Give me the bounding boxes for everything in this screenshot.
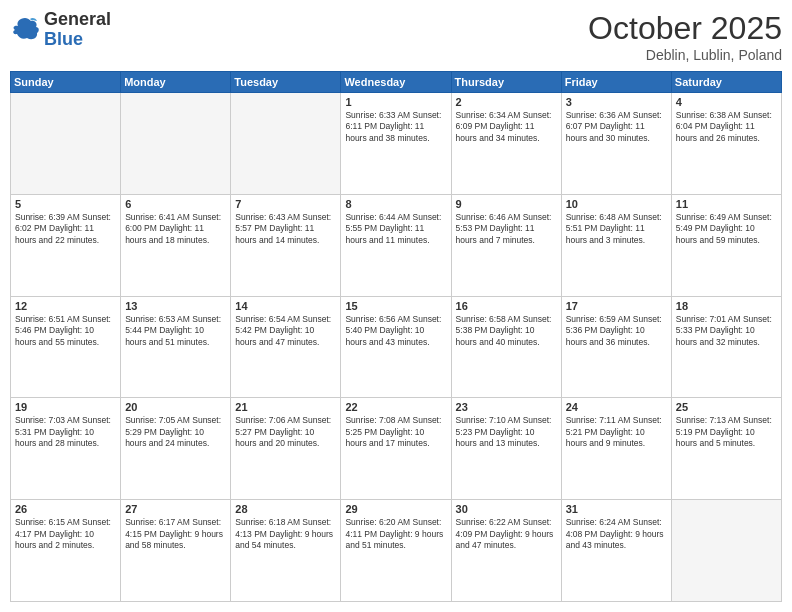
- day-number: 4: [676, 96, 777, 108]
- day-number: 1: [345, 96, 446, 108]
- day-info: Sunrise: 6:24 AM Sunset: 4:08 PM Dayligh…: [566, 517, 667, 551]
- day-number: 15: [345, 300, 446, 312]
- logo-general: General: [44, 9, 111, 29]
- day-number: 17: [566, 300, 667, 312]
- day-number: 22: [345, 401, 446, 413]
- calendar-week-row: 19Sunrise: 7:03 AM Sunset: 5:31 PM Dayli…: [11, 398, 782, 500]
- day-info: Sunrise: 7:03 AM Sunset: 5:31 PM Dayligh…: [15, 415, 116, 449]
- calendar-day-19: 19Sunrise: 7:03 AM Sunset: 5:31 PM Dayli…: [11, 398, 121, 500]
- day-number: 24: [566, 401, 667, 413]
- day-info: Sunrise: 6:38 AM Sunset: 6:04 PM Dayligh…: [676, 110, 777, 144]
- day-number: 11: [676, 198, 777, 210]
- day-number: 13: [125, 300, 226, 312]
- day-info: Sunrise: 6:53 AM Sunset: 5:44 PM Dayligh…: [125, 314, 226, 348]
- calendar-day-3: 3Sunrise: 6:36 AM Sunset: 6:07 PM Daylig…: [561, 93, 671, 195]
- day-number: 18: [676, 300, 777, 312]
- day-number: 7: [235, 198, 336, 210]
- day-number: 12: [15, 300, 116, 312]
- day-info: Sunrise: 6:48 AM Sunset: 5:51 PM Dayligh…: [566, 212, 667, 246]
- day-info: Sunrise: 6:44 AM Sunset: 5:55 PM Dayligh…: [345, 212, 446, 246]
- day-number: 20: [125, 401, 226, 413]
- calendar-day-17: 17Sunrise: 6:59 AM Sunset: 5:36 PM Dayli…: [561, 296, 671, 398]
- calendar-week-row: 12Sunrise: 6:51 AM Sunset: 5:46 PM Dayli…: [11, 296, 782, 398]
- calendar-day-1: 1Sunrise: 6:33 AM Sunset: 6:11 PM Daylig…: [341, 93, 451, 195]
- day-number: 19: [15, 401, 116, 413]
- weekday-header-tuesday: Tuesday: [231, 72, 341, 93]
- calendar-day-30: 30Sunrise: 6:22 AM Sunset: 4:09 PM Dayli…: [451, 500, 561, 602]
- day-info: Sunrise: 6:41 AM Sunset: 6:00 PM Dayligh…: [125, 212, 226, 246]
- weekday-header-row: SundayMondayTuesdayWednesdayThursdayFrid…: [11, 72, 782, 93]
- calendar-day-29: 29Sunrise: 6:20 AM Sunset: 4:11 PM Dayli…: [341, 500, 451, 602]
- calendar-day-16: 16Sunrise: 6:58 AM Sunset: 5:38 PM Dayli…: [451, 296, 561, 398]
- calendar-day-6: 6Sunrise: 6:41 AM Sunset: 6:00 PM Daylig…: [121, 194, 231, 296]
- calendar-day-empty: [231, 93, 341, 195]
- day-number: 16: [456, 300, 557, 312]
- day-info: Sunrise: 6:43 AM Sunset: 5:57 PM Dayligh…: [235, 212, 336, 246]
- logo-bird-icon: [10, 16, 40, 44]
- calendar-day-9: 9Sunrise: 6:46 AM Sunset: 5:53 PM Daylig…: [451, 194, 561, 296]
- calendar-day-10: 10Sunrise: 6:48 AM Sunset: 5:51 PM Dayli…: [561, 194, 671, 296]
- day-number: 3: [566, 96, 667, 108]
- day-info: Sunrise: 7:05 AM Sunset: 5:29 PM Dayligh…: [125, 415, 226, 449]
- calendar-day-14: 14Sunrise: 6:54 AM Sunset: 5:42 PM Dayli…: [231, 296, 341, 398]
- day-number: 14: [235, 300, 336, 312]
- day-info: Sunrise: 7:13 AM Sunset: 5:19 PM Dayligh…: [676, 415, 777, 449]
- day-info: Sunrise: 6:20 AM Sunset: 4:11 PM Dayligh…: [345, 517, 446, 551]
- weekday-header-friday: Friday: [561, 72, 671, 93]
- weekday-header-sunday: Sunday: [11, 72, 121, 93]
- calendar-day-24: 24Sunrise: 7:11 AM Sunset: 5:21 PM Dayli…: [561, 398, 671, 500]
- calendar-day-empty: [671, 500, 781, 602]
- day-info: Sunrise: 6:22 AM Sunset: 4:09 PM Dayligh…: [456, 517, 557, 551]
- day-number: 31: [566, 503, 667, 515]
- day-info: Sunrise: 6:49 AM Sunset: 5:49 PM Dayligh…: [676, 212, 777, 246]
- day-number: 10: [566, 198, 667, 210]
- day-info: Sunrise: 6:17 AM Sunset: 4:15 PM Dayligh…: [125, 517, 226, 551]
- day-info: Sunrise: 6:51 AM Sunset: 5:46 PM Dayligh…: [15, 314, 116, 348]
- day-info: Sunrise: 6:36 AM Sunset: 6:07 PM Dayligh…: [566, 110, 667, 144]
- day-number: 27: [125, 503, 226, 515]
- calendar-day-31: 31Sunrise: 6:24 AM Sunset: 4:08 PM Dayli…: [561, 500, 671, 602]
- day-number: 9: [456, 198, 557, 210]
- day-info: Sunrise: 7:01 AM Sunset: 5:33 PM Dayligh…: [676, 314, 777, 348]
- calendar-day-15: 15Sunrise: 6:56 AM Sunset: 5:40 PM Dayli…: [341, 296, 451, 398]
- day-info: Sunrise: 6:39 AM Sunset: 6:02 PM Dayligh…: [15, 212, 116, 246]
- day-number: 25: [676, 401, 777, 413]
- calendar-day-23: 23Sunrise: 7:10 AM Sunset: 5:23 PM Dayli…: [451, 398, 561, 500]
- calendar-day-5: 5Sunrise: 6:39 AM Sunset: 6:02 PM Daylig…: [11, 194, 121, 296]
- weekday-header-wednesday: Wednesday: [341, 72, 451, 93]
- day-info: Sunrise: 6:33 AM Sunset: 6:11 PM Dayligh…: [345, 110, 446, 144]
- month-title: October 2025: [588, 10, 782, 47]
- day-number: 2: [456, 96, 557, 108]
- calendar-week-row: 5Sunrise: 6:39 AM Sunset: 6:02 PM Daylig…: [11, 194, 782, 296]
- logo-blue-text: Blue: [44, 29, 83, 49]
- day-number: 29: [345, 503, 446, 515]
- day-number: 30: [456, 503, 557, 515]
- day-number: 28: [235, 503, 336, 515]
- calendar-day-8: 8Sunrise: 6:44 AM Sunset: 5:55 PM Daylig…: [341, 194, 451, 296]
- weekday-header-saturday: Saturday: [671, 72, 781, 93]
- day-info: Sunrise: 6:56 AM Sunset: 5:40 PM Dayligh…: [345, 314, 446, 348]
- calendar-day-empty: [11, 93, 121, 195]
- day-info: Sunrise: 6:15 AM Sunset: 4:17 PM Dayligh…: [15, 517, 116, 551]
- calendar-day-13: 13Sunrise: 6:53 AM Sunset: 5:44 PM Dayli…: [121, 296, 231, 398]
- day-info: Sunrise: 7:06 AM Sunset: 5:27 PM Dayligh…: [235, 415, 336, 449]
- day-number: 5: [15, 198, 116, 210]
- day-info: Sunrise: 6:46 AM Sunset: 5:53 PM Dayligh…: [456, 212, 557, 246]
- calendar-day-empty: [121, 93, 231, 195]
- day-info: Sunrise: 6:34 AM Sunset: 6:09 PM Dayligh…: [456, 110, 557, 144]
- day-number: 26: [15, 503, 116, 515]
- calendar-day-4: 4Sunrise: 6:38 AM Sunset: 6:04 PM Daylig…: [671, 93, 781, 195]
- calendar-day-28: 28Sunrise: 6:18 AM Sunset: 4:13 PM Dayli…: [231, 500, 341, 602]
- calendar-week-row: 1Sunrise: 6:33 AM Sunset: 6:11 PM Daylig…: [11, 93, 782, 195]
- weekday-header-thursday: Thursday: [451, 72, 561, 93]
- calendar-day-26: 26Sunrise: 6:15 AM Sunset: 4:17 PM Dayli…: [11, 500, 121, 602]
- calendar-day-7: 7Sunrise: 6:43 AM Sunset: 5:57 PM Daylig…: [231, 194, 341, 296]
- calendar-day-21: 21Sunrise: 7:06 AM Sunset: 5:27 PM Dayli…: [231, 398, 341, 500]
- header: General Blue October 2025 Deblin, Lublin…: [10, 10, 782, 63]
- calendar-day-12: 12Sunrise: 6:51 AM Sunset: 5:46 PM Dayli…: [11, 296, 121, 398]
- day-info: Sunrise: 6:59 AM Sunset: 5:36 PM Dayligh…: [566, 314, 667, 348]
- day-info: Sunrise: 7:08 AM Sunset: 5:25 PM Dayligh…: [345, 415, 446, 449]
- calendar-week-row: 26Sunrise: 6:15 AM Sunset: 4:17 PM Dayli…: [11, 500, 782, 602]
- title-block: October 2025 Deblin, Lublin, Poland: [588, 10, 782, 63]
- calendar-day-27: 27Sunrise: 6:17 AM Sunset: 4:15 PM Dayli…: [121, 500, 231, 602]
